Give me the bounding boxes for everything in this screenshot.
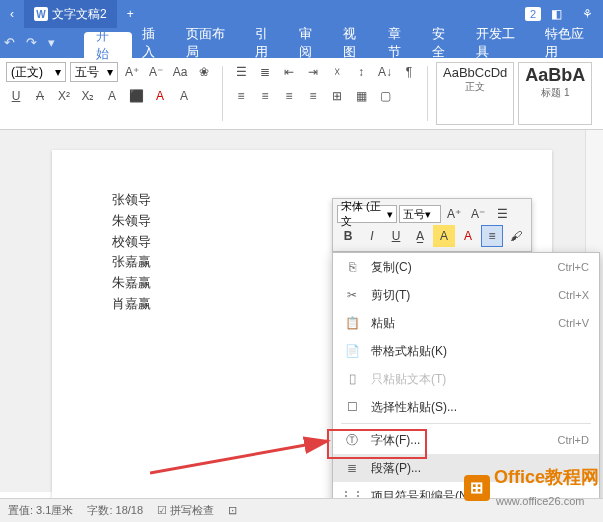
- status-position[interactable]: 置值: 3.1厘米: [8, 503, 73, 518]
- strikethrough-icon[interactable]: A: [30, 86, 50, 106]
- mini-font-color-icon[interactable]: A: [457, 225, 479, 247]
- watermark-url: www.office26.com: [496, 495, 584, 507]
- align-left-icon[interactable]: ≡: [231, 86, 251, 106]
- increase-indent-icon[interactable]: ⇥: [303, 62, 323, 82]
- bullets-icon[interactable]: ☰: [231, 62, 251, 82]
- style-normal[interactable]: AaBbCcDd 正文: [436, 62, 514, 125]
- borders-icon[interactable]: ▢: [375, 86, 395, 106]
- quick-access-toolbar: ↶ ↷ ▾: [4, 35, 64, 51]
- superscript-icon[interactable]: X²: [54, 86, 74, 106]
- highlight-icon[interactable]: ⬛: [126, 86, 146, 106]
- align-justify-icon[interactable]: ≡: [303, 86, 323, 106]
- tab-prev[interactable]: ‹: [0, 0, 24, 28]
- mini-bullets-icon[interactable]: ☰: [491, 203, 513, 225]
- line-spacing-icon[interactable]: ↕: [351, 62, 371, 82]
- show-marks-icon[interactable]: ¶: [399, 62, 419, 82]
- mini-decrease-font-icon[interactable]: A⁻: [467, 203, 489, 225]
- numbering-icon[interactable]: ≣: [255, 62, 275, 82]
- tab-label: 文字文稿2: [52, 6, 107, 23]
- increase-font-icon[interactable]: A⁺: [122, 62, 142, 82]
- mini-strikethrough-icon[interactable]: A̲: [409, 225, 431, 247]
- mini-bold-icon[interactable]: B: [337, 225, 359, 247]
- align-right-icon[interactable]: ≡: [279, 86, 299, 106]
- shading-icon[interactable]: ▦: [351, 86, 371, 106]
- menu-chapter[interactable]: 章节: [378, 28, 422, 58]
- paste-special-icon: ☐: [343, 398, 361, 416]
- ribbon: (正文)▾ 五号▾ A⁺ A⁻ Aa ❀ U A X² X₂ A ⬛ A A ☰…: [0, 58, 603, 130]
- menu-insert[interactable]: 插入: [132, 28, 176, 58]
- menu-devtools[interactable]: 开发工具: [466, 28, 534, 58]
- cm-paste-text: ⌷ 只粘贴文本(T): [333, 365, 599, 393]
- paragraph-icon: ≣: [343, 459, 361, 477]
- cm-cut[interactable]: ✂ 剪切(T) Ctrl+X: [333, 281, 599, 309]
- gift-icon[interactable]: ⚘: [572, 0, 603, 28]
- chevron-left-icon: ‹: [10, 7, 14, 21]
- text-effects-icon[interactable]: A: [102, 86, 122, 106]
- subscript-icon[interactable]: X₂: [78, 86, 98, 106]
- cm-paste[interactable]: 📋 粘贴 Ctrl+V: [333, 309, 599, 337]
- text-direction-icon[interactable]: ☓: [327, 62, 347, 82]
- underline-icon[interactable]: U: [6, 86, 26, 106]
- decrease-indent-icon[interactable]: ⇤: [279, 62, 299, 82]
- sort-icon[interactable]: A↓: [375, 62, 395, 82]
- redo-icon[interactable]: ↷: [26, 35, 42, 51]
- skin-icon[interactable]: ◧: [541, 0, 572, 28]
- mini-toolbar: 宋体 (正文▾ 五号▾ A⁺ A⁻ ☰ B I U A̲ A A ≡ 🖌: [332, 198, 532, 252]
- document-tab[interactable]: W 文字文稿2: [24, 0, 117, 28]
- notification-badge[interactable]: 2: [525, 7, 541, 21]
- mini-align-icon[interactable]: ≡: [481, 225, 503, 247]
- menubar: ↶ ↷ ▾ 开始 插入 页面布局 引用 审阅 视图 章节 安全 开发工具 特色应…: [0, 28, 603, 58]
- align-center-icon[interactable]: ≡: [255, 86, 275, 106]
- paste-format-icon: 📄: [343, 342, 361, 360]
- paste-text-icon: ⌷: [343, 370, 361, 388]
- cm-copy[interactable]: ⎘ 复制(C) Ctrl+C: [333, 253, 599, 281]
- mini-formatpainter-icon[interactable]: 🖌: [505, 225, 527, 247]
- titlebar: ‹ W 文字文稿2 + 2 ◧ ⚘: [0, 0, 603, 28]
- mini-underline-icon[interactable]: U: [385, 225, 407, 247]
- undo-icon[interactable]: ↶: [4, 35, 20, 51]
- font-dialog-icon: Ⓣ: [343, 431, 361, 449]
- menu-view[interactable]: 视图: [333, 28, 377, 58]
- copy-icon: ⎘: [343, 258, 361, 276]
- menu-security[interactable]: 安全: [422, 28, 466, 58]
- font-size-combo[interactable]: 五号▾: [70, 62, 118, 82]
- new-tab-button[interactable]: +: [117, 0, 144, 28]
- mini-font-combo[interactable]: 宋体 (正文▾: [337, 205, 397, 223]
- status-wordcount[interactable]: 字数: 18/18: [87, 503, 143, 518]
- watermark-brand: Office教程网: [494, 467, 599, 487]
- menu-review[interactable]: 审阅: [289, 28, 333, 58]
- mini-size-combo[interactable]: 五号▾: [399, 205, 441, 223]
- status-spellcheck[interactable]: ☑ 拼写检查: [157, 503, 214, 518]
- change-case-icon[interactable]: Aa: [170, 62, 190, 82]
- scissors-icon: ✂: [343, 286, 361, 304]
- separator: [341, 423, 591, 424]
- word-doc-icon: W: [34, 7, 48, 21]
- decrease-font-icon[interactable]: A⁻: [146, 62, 166, 82]
- font-color-icon[interactable]: A: [150, 86, 170, 106]
- plus-icon: +: [127, 7, 134, 21]
- menu-reference[interactable]: 引用: [245, 28, 289, 58]
- menu-layout[interactable]: 页面布局: [176, 28, 244, 58]
- clipboard-icon: 📋: [343, 314, 361, 332]
- status-docinfo-icon[interactable]: ⊡: [228, 504, 237, 517]
- mini-highlight-icon[interactable]: A: [433, 225, 455, 247]
- style-heading1[interactable]: AaBbA 标题 1: [518, 62, 592, 125]
- menu-start[interactable]: 开始: [84, 32, 132, 58]
- watermark: ⊞ Office教程网 www.office26.com: [464, 465, 599, 510]
- cm-font[interactable]: Ⓣ 字体(F)... Ctrl+D: [333, 426, 599, 454]
- cm-paste-format[interactable]: 📄 带格式粘贴(K): [333, 337, 599, 365]
- cm-paste-special[interactable]: ☐ 选择性粘贴(S)...: [333, 393, 599, 421]
- mini-increase-font-icon[interactable]: A⁺: [443, 203, 465, 225]
- font-name-combo[interactable]: (正文)▾: [6, 62, 66, 82]
- office-logo-icon: ⊞: [464, 475, 490, 501]
- qat-dropdown-icon[interactable]: ▾: [48, 35, 64, 51]
- clear-format-icon[interactable]: ❀: [194, 62, 214, 82]
- mini-italic-icon[interactable]: I: [361, 225, 383, 247]
- char-border-icon[interactable]: A: [174, 86, 194, 106]
- menu-special[interactable]: 特色应用: [535, 28, 603, 58]
- distribute-icon[interactable]: ⊞: [327, 86, 347, 106]
